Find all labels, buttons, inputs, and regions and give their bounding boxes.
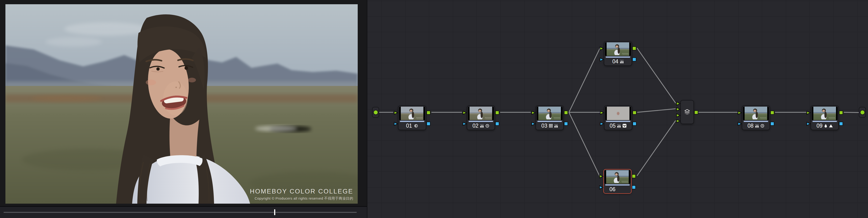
layer-input-port-1[interactable] <box>676 101 681 106</box>
node-08[interactable]: 08 <box>742 105 770 130</box>
key-input-port[interactable] <box>462 121 467 126</box>
key-output-port[interactable] <box>839 122 843 126</box>
node-01[interactable]: 01 <box>398 105 426 130</box>
davinci-resolve-color-page: HOMEBOY COLOR COLLEGE Copyright © Produc… <box>0 0 868 218</box>
rgb-output-port[interactable] <box>495 111 499 115</box>
circle-dot-icon <box>485 124 489 128</box>
key-output-port[interactable] <box>770 122 774 126</box>
timeline-scrub-track[interactable] <box>3 212 357 213</box>
rgb-output-port[interactable] <box>839 111 843 115</box>
layer-mixer-node[interactable] <box>680 100 694 124</box>
key-output-port[interactable] <box>564 122 568 126</box>
layers-icon <box>684 109 690 115</box>
bars-icon <box>480 124 484 128</box>
circle-lines-icon <box>414 124 418 128</box>
transport-bar <box>0 206 367 218</box>
droplet-icon <box>824 124 827 128</box>
node-04[interactable]: 04 <box>604 41 632 66</box>
layer-input-port-3[interactable] <box>676 113 681 118</box>
key-input-port[interactable] <box>393 121 398 126</box>
node-thumbnail <box>604 170 630 184</box>
rgb-output-port[interactable] <box>694 111 698 115</box>
thumbnail-figure <box>819 107 829 119</box>
rgb-source-icon <box>373 110 378 115</box>
node-number: 02 <box>472 123 478 129</box>
thumbnail-watermark <box>485 118 492 119</box>
bars-icon <box>617 124 621 128</box>
thumbnail-watermark <box>416 118 423 119</box>
node-number: 04 <box>612 58 618 65</box>
lut-indicator <box>606 121 630 122</box>
node-thumbnail <box>743 107 769 120</box>
lut-indicator <box>469 121 493 122</box>
key-output-port[interactable] <box>632 122 637 126</box>
node-thumbnail <box>399 107 425 120</box>
grid-icon <box>549 124 553 128</box>
rgb-input-port[interactable] <box>599 174 604 179</box>
rgb-output-port[interactable] <box>632 174 636 178</box>
key-input-port[interactable] <box>806 121 811 126</box>
wire <box>569 112 599 176</box>
rgb-input-port[interactable] <box>599 110 604 115</box>
layer-input-port-2[interactable] <box>676 107 681 112</box>
node-number: 08 <box>747 123 753 129</box>
node-graph-pane[interactable]: 01 02 03 <box>367 0 868 218</box>
rgb-input-port[interactable] <box>393 110 398 115</box>
playhead[interactable] <box>274 209 275 215</box>
lut-indicator <box>812 121 837 122</box>
thumbnail-figure <box>475 107 485 119</box>
node-number: 09 <box>816 123 823 129</box>
thumbnail-figure <box>613 43 622 55</box>
layer-input-port-4[interactable] <box>676 118 681 124</box>
key-input-port[interactable] <box>531 121 536 126</box>
rgb-output-port[interactable] <box>632 46 636 51</box>
rgb-input-port[interactable] <box>462 110 467 115</box>
lut-indicator <box>606 57 630 58</box>
node-number: 03 <box>541 123 548 129</box>
thumbnail-figure <box>407 107 416 119</box>
key-output-port[interactable] <box>495 122 499 126</box>
node-number: 06 <box>610 186 616 193</box>
key-input-port[interactable] <box>599 57 604 62</box>
node-09[interactable]: 09 <box>810 105 839 130</box>
thumbnail-figure <box>612 171 621 183</box>
key-input-port[interactable] <box>737 121 742 126</box>
wire <box>637 121 676 176</box>
bars-icon <box>554 124 558 128</box>
thumbnail-watermark <box>554 118 560 119</box>
rgb-output-port[interactable] <box>632 111 637 115</box>
node-05[interactable]: 05 <box>604 105 632 130</box>
key-output-port[interactable] <box>632 57 636 61</box>
node-number: 05 <box>610 123 616 129</box>
key-input-port[interactable] <box>599 185 604 190</box>
lut-indicator <box>605 184 630 186</box>
rgb-output-port[interactable] <box>770 111 774 115</box>
video-frame <box>5 4 358 204</box>
thumbnail-watermark <box>622 53 629 55</box>
key-output-port[interactable] <box>427 122 431 126</box>
node-02[interactable]: 02 <box>467 105 495 130</box>
lut-indicator <box>744 121 768 122</box>
node-03[interactable]: 03 <box>535 105 564 130</box>
wire <box>844 112 860 113</box>
key-output-port[interactable] <box>632 185 636 189</box>
rgb-output-port[interactable] <box>564 111 568 115</box>
rgb-input-port[interactable] <box>806 110 811 115</box>
source-input-node[interactable] <box>372 107 379 118</box>
rgb-input-port[interactable] <box>599 46 604 51</box>
node-thumbnail <box>605 107 631 120</box>
rgb-input-port[interactable] <box>737 110 742 115</box>
key-input-port[interactable] <box>599 121 604 126</box>
bars-icon <box>620 60 624 64</box>
output-node[interactable] <box>859 107 866 118</box>
viewer-pane: HOMEBOY COLOR COLLEGE Copyright © Produc… <box>0 0 367 218</box>
checkbox-icon <box>622 124 627 128</box>
node-number: 01 <box>406 123 412 129</box>
rgb-output-port[interactable] <box>427 111 431 115</box>
node-06[interactable]: 06 <box>603 169 631 194</box>
wire <box>569 48 600 112</box>
circle-dot-icon <box>761 124 765 128</box>
rgb-input-port[interactable] <box>531 110 536 115</box>
lut-indicator <box>400 121 424 122</box>
thumbnail-figure <box>750 107 760 119</box>
